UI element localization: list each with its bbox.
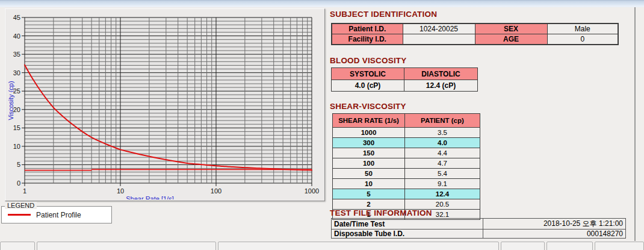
- status-bar: [0, 241, 644, 250]
- svg-text:35: 35: [13, 51, 20, 58]
- facility-id-value: [403, 34, 475, 45]
- svg-text:10: 10: [13, 143, 20, 150]
- svg-text:Viscosity (cp): Viscosity (cp): [7, 81, 14, 120]
- svg-text:45: 45: [13, 14, 20, 21]
- svg-text:10: 10: [117, 187, 124, 195]
- legend-title: LEGEND: [5, 202, 37, 209]
- test-file-information-table: Date/Time Test 2018-10-25 오후 1:21:00 Dis…: [331, 218, 626, 239]
- table-row: 505.4: [333, 169, 480, 179]
- blood-viscosity-table: SYSTOLIC DIASTOLIC 4.0 (cP) 12.4 (cP): [331, 67, 478, 92]
- table-row: Date/Time Test 2018-10-25 오후 1:21:00: [332, 219, 626, 230]
- legend-groupbox: LEGEND Patient Profile: [1, 206, 112, 223]
- patient-profile-line-swatch: [8, 214, 31, 216]
- shear-rate-cell: 100: [333, 158, 405, 169]
- shear-rate-cell: 150: [333, 148, 405, 158]
- date-time-test-value: 2018-10-25 오후 1:21:00: [483, 219, 626, 230]
- subject-identification-table: Patient I.D. 1024-20025 SEX Male Facilit…: [331, 23, 619, 45]
- disposable-tube-id-value: 000148270: [483, 230, 626, 239]
- sex-label: SEX: [475, 23, 547, 34]
- patient-cp-cell: 20.5: [405, 199, 480, 210]
- shear-viscosity-chart: 0510152025303540451101001000Shear Rate […: [5, 9, 323, 199]
- table-row: Disposable Tube I.D. 000148270: [332, 230, 626, 239]
- patient-id-value: 1024-20025: [403, 23, 475, 34]
- svg-text:5: 5: [17, 161, 20, 168]
- table-row: 220.5: [333, 199, 480, 210]
- status-segment: [218, 242, 499, 250]
- shear-rate-cell: 300: [333, 138, 405, 148]
- legend-entry-label: Patient Profile: [36, 211, 81, 219]
- test-file-information-title: TEST FILE INFORMATION: [330, 208, 432, 217]
- svg-text:1000: 1000: [305, 187, 319, 195]
- systolic-value: 4.0 (cP): [332, 80, 404, 92]
- patient-cp-cell: 4.7: [405, 158, 480, 169]
- svg-text:0: 0: [17, 180, 20, 187]
- shear-rate-cell: 5: [333, 189, 405, 199]
- patient-cp-cell: 4.4: [405, 148, 480, 158]
- disposable-tube-id-label: Disposable Tube I.D.: [332, 230, 483, 239]
- table-row: 1504.4: [333, 148, 480, 158]
- shear-rate-cell: 10: [333, 179, 405, 189]
- table-row: SHEAR RATE (1/s) PATIENT (cp): [333, 114, 480, 128]
- shear-rate-cell: 2: [333, 199, 405, 210]
- date-time-test-label: Date/Time Test: [332, 219, 483, 230]
- table-row: 109.1: [333, 179, 480, 189]
- table-row: 512.4: [333, 189, 480, 199]
- facility-id-label: Facility I.D.: [332, 34, 403, 45]
- patient-id-label: Patient I.D.: [332, 23, 403, 34]
- age-label: AGE: [475, 34, 547, 45]
- window-right-border: [634, 7, 636, 242]
- table-row: Patient I.D. 1024-20025 SEX Male: [332, 23, 618, 34]
- shear-rate-header: SHEAR RATE (1/s): [333, 114, 405, 128]
- table-row: SYSTOLIC DIASTOLIC: [332, 68, 478, 80]
- patient-cp-cell: 5.4: [405, 169, 480, 179]
- svg-text:Shear Rate [1/s]: Shear Rate [1/s]: [126, 195, 174, 199]
- blood-viscosity-title: BLOOD VISCOSITY: [330, 56, 407, 65]
- status-segment: [37, 242, 216, 250]
- patient-cp-cell: 4.0: [405, 138, 480, 148]
- status-segment: [0, 242, 35, 250]
- patient-cp-cell: 3.5: [405, 128, 480, 138]
- status-segment: [501, 242, 545, 250]
- table-row: 4.0 (cP) 12.4 (cP): [332, 80, 478, 92]
- patient-cp-header: PATIENT (cp): [405, 114, 480, 128]
- subject-identification-title: SUBJECT IDENTIFICATION: [330, 10, 437, 19]
- systolic-header: SYSTOLIC: [332, 68, 404, 80]
- sex-value: Male: [547, 23, 618, 34]
- patient-cp-cell: 12.4: [405, 189, 480, 199]
- patient-cp-cell: 9.1: [405, 179, 480, 189]
- shear-viscosity-table: SHEAR RATE (1/s) PATIENT (cp) 10003.5 30…: [332, 113, 480, 220]
- window-top-strip: [0, 0, 644, 7]
- diastolic-value: 12.4 (cP): [404, 80, 478, 92]
- status-segment: [546, 242, 593, 250]
- table-row: 3004.0: [333, 138, 480, 148]
- diastolic-header: DIASTOLIC: [404, 68, 478, 80]
- shear-viscosity-title: SHEAR-VISCOSITY: [330, 102, 406, 111]
- viscosity-chart-panel: 0510152025303540451101001000Shear Rate […: [5, 8, 325, 201]
- table-row: Facility I.D. AGE 0: [332, 34, 618, 45]
- status-segment: [595, 242, 644, 250]
- table-row: 1004.7: [333, 158, 480, 169]
- age-value: 0: [547, 34, 618, 45]
- shear-rate-cell: 1000: [333, 128, 405, 138]
- table-row: 10003.5: [333, 128, 480, 138]
- svg-text:30: 30: [13, 69, 20, 77]
- shear-rate-cell: 50: [333, 169, 405, 179]
- svg-text:40: 40: [13, 33, 20, 40]
- svg-text:100: 100: [211, 187, 221, 195]
- svg-text:15: 15: [13, 124, 20, 131]
- svg-text:1: 1: [23, 187, 26, 195]
